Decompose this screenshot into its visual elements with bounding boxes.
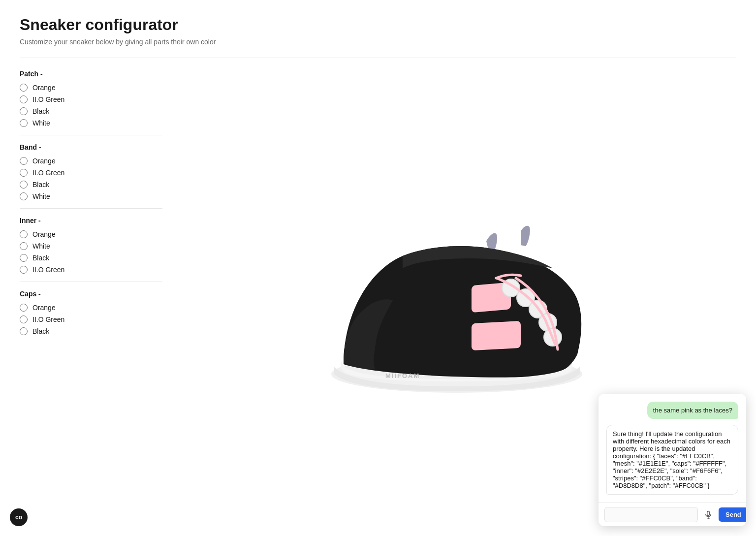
radio-label-patch-1: II.O Green <box>32 95 64 103</box>
radio-patch-orange[interactable] <box>20 84 28 92</box>
radio-label-caps-1: II.O Green <box>32 315 64 323</box>
radio-item-band-1[interactable]: II.O Green <box>20 169 167 177</box>
chat-bubble-bot: Sure thing! I'll update the configuratio… <box>606 425 738 495</box>
radio-group-inner: OrangeWhiteBlackII.O Green <box>20 230 167 274</box>
section-title-inner: Inner - <box>20 217 167 224</box>
section-divider-1 <box>20 208 162 209</box>
radio-item-inner-3[interactable]: II.O Green <box>20 266 167 274</box>
co-logo-button[interactable]: co <box>10 508 28 526</box>
chat-input[interactable] <box>604 507 698 522</box>
radio-label-band-0: Orange <box>32 157 56 165</box>
sneaker-image-container: MIIFOAM <box>299 177 614 413</box>
radio-item-caps-1[interactable]: II.O Green <box>20 315 167 323</box>
section-title-patch: Patch - <box>20 70 167 78</box>
radio-inner-black[interactable] <box>20 254 28 262</box>
radio-label-patch-0: Orange <box>32 84 56 92</box>
radio-label-caps-2: Black <box>32 327 49 335</box>
radio-band-white[interactable] <box>20 192 28 200</box>
sneaker-svg: MIIFOAM <box>304 192 609 399</box>
radio-label-inner-0: Orange <box>32 230 56 238</box>
section-patch: Patch -OrangeII.O GreenBlackWhite <box>20 70 167 135</box>
radio-group-caps: OrangeII.O GreenBlack <box>20 304 167 335</box>
mic-button[interactable] <box>702 508 715 521</box>
radio-item-band-2[interactable]: Black <box>20 181 167 189</box>
svg-text:MIIFOAM: MIIFOAM <box>385 372 420 379</box>
radio-patch-ii.o-green[interactable] <box>20 95 28 103</box>
radio-label-caps-0: Orange <box>32 304 56 312</box>
radio-label-patch-2: Black <box>32 107 49 115</box>
svg-rect-2 <box>472 320 521 350</box>
radio-caps-ii.o-green[interactable] <box>20 315 28 323</box>
section-inner: Inner -OrangeWhiteBlackII.O Green <box>20 217 167 282</box>
radio-group-band: OrangeII.O GreenBlackWhite <box>20 157 167 200</box>
radio-inner-ii.o-green[interactable] <box>20 266 28 274</box>
radio-inner-orange[interactable] <box>20 230 28 238</box>
radio-item-patch-3[interactable]: White <box>20 119 167 127</box>
top-divider <box>20 58 736 58</box>
radio-label-inner-1: White <box>32 242 50 250</box>
radio-item-patch-2[interactable]: Black <box>20 107 167 115</box>
radio-group-patch: OrangeII.O GreenBlackWhite <box>20 84 167 127</box>
radio-caps-orange[interactable] <box>20 304 28 312</box>
send-button[interactable]: Send <box>719 507 746 522</box>
mic-icon <box>704 510 713 519</box>
radio-item-band-3[interactable]: White <box>20 192 167 200</box>
radio-label-inner-3: II.O Green <box>32 266 64 274</box>
svg-rect-9 <box>707 511 710 515</box>
radio-band-black[interactable] <box>20 181 28 189</box>
radio-item-patch-1[interactable]: II.O Green <box>20 95 167 103</box>
radio-item-patch-0[interactable]: Orange <box>20 84 167 92</box>
radio-label-inner-2: Black <box>32 254 49 262</box>
page-title: Sneaker configurator <box>20 16 736 34</box>
radio-inner-white[interactable] <box>20 242 28 250</box>
chat-widget: the same pink as the laces? Sure thing! … <box>598 394 746 526</box>
left-panel: Patch -OrangeII.O GreenBlackWhiteBand -O… <box>20 70 177 520</box>
radio-label-patch-3: White <box>32 119 50 127</box>
radio-item-band-0[interactable]: Orange <box>20 157 167 165</box>
radio-item-caps-2[interactable]: Black <box>20 327 167 335</box>
section-divider-0 <box>20 135 162 135</box>
radio-item-caps-0[interactable]: Orange <box>20 304 167 312</box>
section-divider-2 <box>20 282 162 282</box>
chat-bubble-user: the same pink as the laces? <box>647 402 738 419</box>
section-caps: Caps -OrangeII.O GreenBlack <box>20 290 167 335</box>
radio-label-band-1: II.O Green <box>32 169 64 177</box>
chat-input-row: Send <box>598 503 746 526</box>
radio-patch-black[interactable] <box>20 107 28 115</box>
radio-item-inner-0[interactable]: Orange <box>20 230 167 238</box>
sections-container: Patch -OrangeII.O GreenBlackWhiteBand -O… <box>20 70 167 335</box>
radio-item-inner-2[interactable]: Black <box>20 254 167 262</box>
radio-patch-white[interactable] <box>20 119 28 127</box>
chat-messages: the same pink as the laces? Sure thing! … <box>598 394 746 503</box>
radio-band-orange[interactable] <box>20 157 28 165</box>
radio-item-inner-1[interactable]: White <box>20 242 167 250</box>
section-title-caps: Caps - <box>20 290 167 298</box>
page-subtitle: Customize your sneaker below by giving a… <box>20 38 736 46</box>
radio-band-ii.o-green[interactable] <box>20 169 28 177</box>
section-band: Band -OrangeII.O GreenBlackWhite <box>20 143 167 209</box>
radio-label-band-3: White <box>32 192 50 200</box>
radio-label-band-2: Black <box>32 181 49 189</box>
section-title-band: Band - <box>20 143 167 151</box>
radio-caps-black[interactable] <box>20 327 28 335</box>
